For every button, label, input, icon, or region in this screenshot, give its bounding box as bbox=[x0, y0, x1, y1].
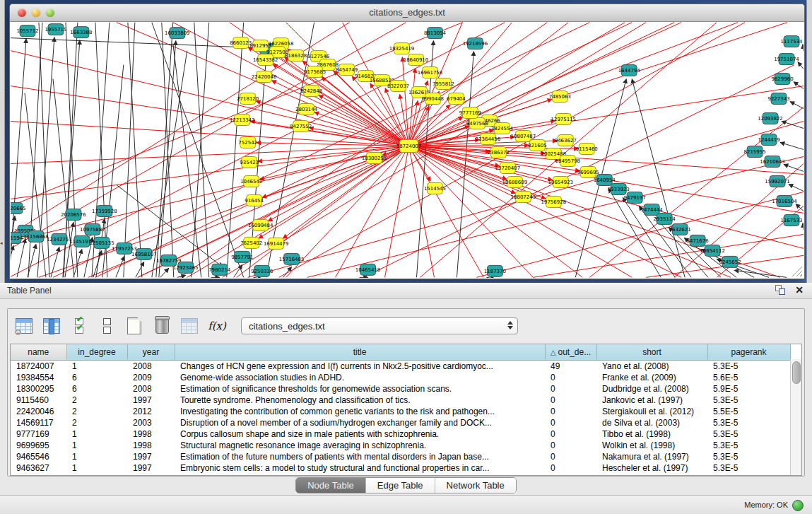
table-cell[interactable]: Hescheler et al. (1997) bbox=[596, 462, 707, 474]
table-cell[interactable]: 9465546 bbox=[11, 451, 66, 462]
table-cell[interactable]: 49 bbox=[545, 361, 596, 373]
close-panel-icon[interactable]: ✕ bbox=[795, 285, 804, 295]
table-cell[interactable]: 5.3E-5 bbox=[707, 361, 790, 373]
tab-network-table[interactable]: Network Table bbox=[435, 478, 516, 493]
column-header-in_degree[interactable]: in_degree bbox=[66, 344, 127, 361]
table-row[interactable]: 946362711997Embryonic stem cells: a mode… bbox=[11, 462, 790, 474]
table-cell[interactable]: Wolkin et al. (1998) bbox=[596, 440, 707, 451]
table-cell[interactable]: 2008 bbox=[127, 383, 175, 395]
tab-edge-table[interactable]: Edge Table bbox=[366, 478, 435, 493]
table-cell[interactable]: 1998 bbox=[127, 428, 175, 440]
table-cell[interactable]: de Silva et al. (2003) bbox=[596, 417, 707, 428]
table-cell[interactable]: 9777169 bbox=[11, 428, 66, 440]
table-cell[interactable]: 18300295 bbox=[11, 383, 66, 395]
network-canvas[interactable]: 1055712195571516633881603380978572248813… bbox=[11, 22, 804, 278]
table-cell[interactable]: 2009 bbox=[127, 372, 175, 383]
table-cell[interactable]: 0 bbox=[545, 428, 596, 440]
table-cell[interactable]: Corpus callosum shape and size in male p… bbox=[175, 428, 545, 440]
table-cell[interactable]: 5.5E-5 bbox=[707, 406, 790, 417]
table-cell[interactable]: 2 bbox=[66, 406, 127, 417]
table-row[interactable]: 977716911998Corpus callosum shape and si… bbox=[11, 428, 790, 440]
table-cell[interactable]: 6 bbox=[66, 383, 127, 395]
table-cell[interactable]: 2012 bbox=[127, 406, 175, 417]
table-row[interactable]: 946554611997Estimation of the future num… bbox=[11, 451, 790, 462]
table-vertical-scrollbar[interactable] bbox=[790, 359, 801, 475]
table-cell[interactable]: 6 bbox=[66, 372, 127, 383]
table-cell[interactable]: 5.9E-5 bbox=[707, 383, 790, 395]
table-cell[interactable]: 1 bbox=[66, 361, 127, 373]
table-cell[interactable]: 0 bbox=[545, 372, 596, 383]
column-header-pagerank[interactable]: pagerank bbox=[707, 344, 790, 361]
table-cell[interactable]: 5.3E-5 bbox=[707, 417, 790, 428]
table-cell[interactable]: Embryonic stem cells: a model to study s… bbox=[175, 462, 545, 474]
table-cell[interactable]: 0 bbox=[545, 417, 596, 428]
column-header-out_de[interactable]: △out_de... bbox=[545, 344, 596, 361]
table-cell[interactable]: 5.3E-5 bbox=[707, 395, 790, 406]
table-row[interactable]: 1830029562008Estimation of significance … bbox=[11, 383, 790, 395]
table-cell[interactable]: 1997 bbox=[127, 451, 175, 462]
table-cell[interactable]: Estimation of the future numbers of pati… bbox=[175, 451, 545, 462]
table-cell[interactable]: Investigating the contribution of common… bbox=[175, 406, 545, 417]
table-cell[interactable]: Jankovic et al. (1997) bbox=[596, 395, 707, 406]
table-row[interactable]: 911546021997Tourette syndrome. Phenomeno… bbox=[11, 395, 790, 406]
table-row[interactable]: 1456911722003Disruption of a novel membe… bbox=[11, 417, 790, 428]
table-cell[interactable]: 1997 bbox=[127, 462, 175, 474]
table-cell[interactable]: 5.6E-5 bbox=[707, 372, 790, 383]
column-header-title[interactable]: title bbox=[175, 344, 545, 361]
float-panel-icon[interactable] bbox=[775, 285, 785, 295]
table-row[interactable]: 1872400712008Changes of HCN gene express… bbox=[11, 361, 790, 373]
left-splitter[interactable]: ◂ bbox=[0, 0, 5, 283]
table-cell[interactable]: Nakamura et al. (1997) bbox=[596, 451, 707, 462]
table-cell[interactable]: 22420046 bbox=[11, 406, 66, 417]
table-cell[interactable]: Structural magnetic resonance image aver… bbox=[175, 440, 545, 451]
table-cell[interactable]: 2 bbox=[66, 417, 127, 428]
table-cell[interactable]: 5.3E-5 bbox=[707, 451, 790, 462]
table-cell[interactable]: 1 bbox=[66, 462, 127, 474]
table-cell[interactable]: 18724007 bbox=[11, 361, 66, 373]
table-cell[interactable]: 9115460 bbox=[11, 395, 66, 406]
table-cell[interactable]: Tourette syndrome. Phenomenology and cla… bbox=[175, 395, 545, 406]
merge-cells-button[interactable] bbox=[96, 315, 117, 337]
table-cell[interactable]: 1998 bbox=[127, 440, 175, 451]
delete-table-button[interactable] bbox=[151, 315, 172, 337]
tab-node-table[interactable]: Node Table bbox=[296, 478, 366, 493]
table-cell[interactable]: 0 bbox=[545, 462, 596, 474]
table-cell[interactable]: Disruption of a novel member of a sodium… bbox=[175, 417, 545, 428]
table-cell[interactable]: 1997 bbox=[127, 395, 175, 406]
table-cell[interactable]: 2 bbox=[66, 395, 127, 406]
table-cell[interactable]: Tibbo et al. (1998) bbox=[596, 428, 707, 440]
splitter-collapse-icon[interactable]: ◂ bbox=[0, 240, 3, 246]
table-cell[interactable]: 0 bbox=[545, 383, 596, 395]
table-cell[interactable]: 5.3E-5 bbox=[707, 440, 790, 451]
table-cell[interactable]: 0 bbox=[545, 406, 596, 417]
table-settings-button[interactable]: ⚙ bbox=[13, 315, 35, 337]
scrollbar-thumb[interactable] bbox=[792, 361, 801, 384]
table-row[interactable]: 2242004622012Investigating the contribut… bbox=[11, 406, 790, 417]
table-cell[interactable]: 5.3E-5 bbox=[707, 428, 790, 440]
memory-status-indicator[interactable] bbox=[792, 500, 804, 511]
column-header-year[interactable]: year bbox=[127, 344, 175, 361]
table-cell[interactable]: 0 bbox=[545, 440, 596, 451]
table-cell[interactable]: 1 bbox=[66, 428, 127, 440]
table-cell[interactable]: 14569117 bbox=[11, 417, 66, 428]
network-window-titlebar[interactable]: citations_edges.txt bbox=[10, 4, 804, 22]
table-row[interactable]: 1938455462009Genome-wide association stu… bbox=[11, 372, 790, 383]
table-select-dropdown[interactable]: citations_edges.txt bbox=[241, 317, 518, 334]
network-graph[interactable]: 1055712195571516633881603380978572248813… bbox=[11, 22, 804, 278]
table-cell[interactable]: 0 bbox=[545, 451, 596, 462]
table-cell[interactable]: Stergiakouli et al. (2012) bbox=[596, 406, 707, 417]
table-cell[interactable]: 9463627 bbox=[11, 462, 66, 474]
table-cell[interactable]: 1 bbox=[66, 440, 127, 451]
table-cell[interactable]: 0 bbox=[545, 395, 596, 406]
new-table-button[interactable] bbox=[124, 315, 145, 337]
table-cell[interactable]: Yano et al. (2008) bbox=[596, 361, 707, 373]
select-rows-button[interactable] bbox=[69, 315, 90, 337]
table-cell[interactable]: 1 bbox=[66, 451, 127, 462]
table-cell[interactable]: Genome-wide association studies in ADHD. bbox=[175, 372, 545, 383]
table-row[interactable]: 969969511998Structural magnetic resonanc… bbox=[11, 440, 790, 451]
right-splitter[interactable] bbox=[806, 0, 812, 283]
column-chooser-button[interactable] bbox=[41, 315, 62, 337]
table-cell[interactable]: 5.3E-5 bbox=[707, 462, 790, 474]
table-cell[interactable]: 2008 bbox=[127, 361, 175, 373]
table-cell[interactable]: Dudbridge et al. (2008) bbox=[596, 383, 707, 395]
